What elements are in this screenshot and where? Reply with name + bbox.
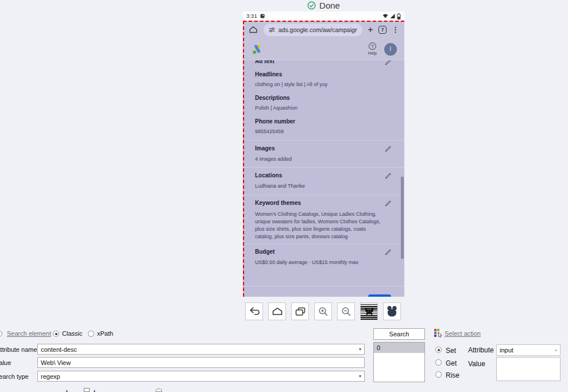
section-phone-number: Phone number 9855425459 (255, 118, 392, 134)
set-radio[interactable] (435, 347, 442, 353)
rise-label: Rise (446, 371, 459, 379)
url-text: ads.google.com/aw/campaigns/n (279, 26, 357, 33)
check-circle-icon (307, 1, 316, 10)
get-label: Get (446, 359, 457, 367)
action-value-label: Value (468, 360, 485, 368)
status-time: 3:31 (246, 13, 257, 19)
butterfly-button[interactable] (360, 302, 378, 320)
home-icon (271, 306, 284, 316)
attribute-name-select[interactable]: content-desc ▾ (37, 344, 365, 355)
clipped-checkbox[interactable] (84, 388, 90, 392)
section-keyword-themes: Keyword themes Women's Clothing Catalogs… (255, 200, 392, 240)
edit-icon[interactable] (384, 249, 392, 256)
google-ads-logo (252, 44, 262, 54)
browser-menu-icon[interactable]: ⋮ (392, 25, 399, 34)
back-button[interactable] (245, 302, 263, 320)
help-icon: ? (369, 42, 376, 50)
results-listbox[interactable]: 0 (373, 342, 425, 382)
classic-radio[interactable] (53, 331, 59, 337)
edit-icon[interactable] (384, 200, 392, 207)
value-label: Value (0, 359, 11, 366)
chrome-toolbar: ads.google.com/aw/campaigns/n + 7 ⋮ (243, 21, 404, 38)
device-toolbar (245, 302, 401, 320)
android-status-bar: 3:31 (243, 11, 404, 21)
back-arrow-icon (248, 306, 261, 317)
zoom-in-button[interactable] (314, 302, 332, 320)
edit-icon[interactable] (384, 172, 392, 180)
app-window: Done 3:31 (0, 0, 568, 392)
butterfly-icon (363, 306, 376, 317)
wifi-icon (382, 14, 388, 18)
signal-icon (390, 14, 395, 18)
select-action-link[interactable]: Select action (445, 330, 481, 337)
edit-icon[interactable] (384, 145, 392, 153)
get-radio[interactable] (435, 359, 442, 366)
recent-apps-icon (294, 306, 307, 317)
notification-icon (260, 14, 265, 18)
clipped-text: t (94, 389, 95, 392)
device-screen-mirror[interactable]: 3:31 (243, 11, 404, 297)
zoom-out-button[interactable] (337, 302, 355, 320)
result-item[interactable]: 0 (374, 343, 424, 353)
avatar[interactable]: I (384, 43, 397, 56)
xpath-label: xPath (97, 330, 113, 337)
home-icon[interactable] (248, 25, 258, 34)
tab-count[interactable]: 7 (378, 26, 387, 34)
zoom-in-icon (318, 306, 329, 317)
search-element-radio[interactable] (0, 331, 2, 337)
search-type-select[interactable]: regexp ▾ (37, 371, 365, 382)
search-button[interactable]: Search (373, 328, 425, 340)
section-ad-text: Ad text (255, 60, 392, 68)
search-type-label: Search type (0, 373, 29, 380)
battery-icon (397, 13, 401, 20)
help-button[interactable]: ? Help (368, 42, 377, 56)
section-images: Images 4 images added (255, 145, 392, 162)
section-budget: Budget US$0.50 daily average · US$15 mon… (255, 249, 392, 265)
attribute-name-label: Attribute name (0, 346, 37, 353)
set-label: Set (446, 347, 456, 355)
done-status: Done (243, 0, 404, 10)
section-descriptions: Descriptions Polish | Aquashion (255, 95, 392, 111)
zoom-out-icon (341, 306, 352, 317)
attribute-label: Attribute (468, 346, 494, 354)
classic-label: Classic (62, 330, 82, 337)
campaign-review-content: Ad text Headlines clothing on | style li… (243, 60, 404, 297)
clipped-text: t (66, 389, 68, 392)
select-action-icon (434, 329, 443, 337)
home-button[interactable] (268, 302, 286, 320)
done-label: Done (319, 1, 340, 10)
value-input[interactable] (37, 357, 365, 368)
mouse-button[interactable] (383, 302, 401, 320)
section-headlines: Headlines clothing on | style list | All… (255, 71, 392, 87)
rise-radio[interactable] (435, 371, 442, 378)
chevron-down-icon: ▾ (552, 348, 560, 353)
edit-icon[interactable] (384, 60, 392, 66)
new-tab-icon[interactable]: + (368, 25, 373, 34)
clipped-radio[interactable] (156, 389, 162, 392)
chevron-down-icon: ▾ (356, 374, 364, 379)
recents-button[interactable] (291, 302, 309, 320)
xpath-radio[interactable] (88, 331, 94, 337)
chevron-down-icon: ▾ (356, 347, 364, 352)
action-value-textarea[interactable] (496, 357, 561, 381)
scrollbar-thumb[interactable] (401, 177, 404, 259)
next-button[interactable]: Next (368, 294, 391, 297)
attribute-select[interactable]: input ▾ (496, 344, 561, 356)
search-element-link[interactable]: Search element (7, 330, 51, 337)
tune-icon (269, 27, 275, 33)
section-locations: Locations Ludhiana and Tharike (255, 172, 392, 189)
google-ads-header: ? Help I (243, 38, 404, 60)
url-bar[interactable]: ads.google.com/aw/campaigns/n (264, 24, 362, 36)
wizard-footer: Back Next (255, 294, 392, 297)
mouse-icon (386, 305, 398, 317)
